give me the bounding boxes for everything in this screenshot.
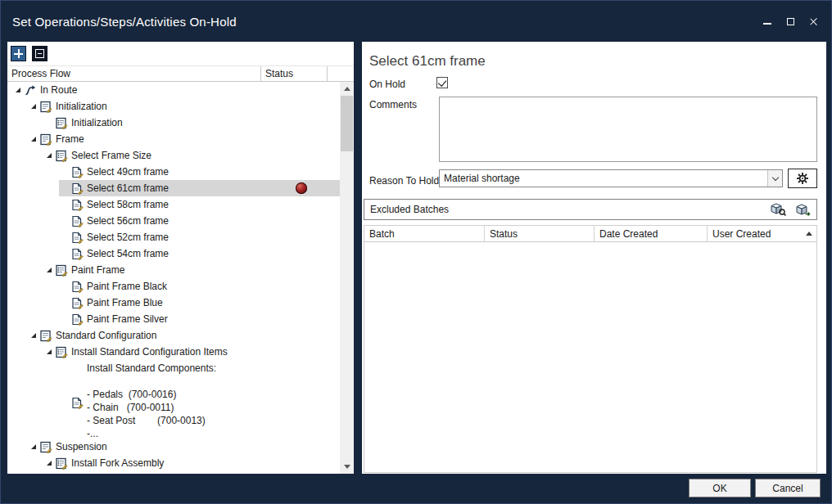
excluded-batches-header: Excluded Batches [364, 199, 817, 220]
tree-item-initialization[interactable]: Initialization [7, 115, 340, 131]
cancel-button[interactable]: Cancel [755, 479, 821, 497]
on-hold-label: On Hold [369, 79, 405, 90]
expander-icon[interactable] [28, 333, 39, 338]
batch-column-status[interactable]: Status [485, 226, 595, 241]
batch-column-batch[interactable]: Batch [364, 226, 485, 241]
tree-item-select-49cm-frame[interactable]: Select 49cm frame [7, 164, 340, 180]
expander-icon[interactable] [28, 137, 39, 142]
batches-table-body[interactable] [364, 242, 816, 472]
tree-item-paint-frame-silver[interactable]: Paint Frame Silver [7, 311, 340, 327]
tree-item-label: Standard Configuration [56, 329, 156, 342]
tree-item-content: Initialization [43, 115, 340, 131]
close-button[interactable] [803, 11, 823, 31]
tree-item-label: Frame [56, 133, 84, 146]
tree-item-select-52cm-frame[interactable]: Select 52cm frame [7, 229, 340, 245]
tree-item-standard-configuration[interactable]: Standard Configuration [7, 327, 340, 344]
tree-indent [7, 180, 59, 196]
column-label: Batch [369, 228, 395, 240]
tree-item-content: In Route [12, 82, 340, 98]
assign-batch-icon[interactable] [795, 203, 811, 217]
tree-item-select-frame-size[interactable]: Select Frame Size [7, 147, 340, 164]
column-header-process-flow[interactable]: Process Flow [7, 66, 261, 81]
column-header-status[interactable]: Status [261, 66, 328, 81]
expander-icon[interactable] [28, 444, 39, 449]
tree-item-paint-frame-blue[interactable]: Paint Frame Blue [7, 295, 340, 311]
plus-icon [14, 49, 23, 58]
tree-item-content: Paint Frame Silver [59, 311, 340, 327]
reason-to-hold-value: Material shortage [440, 173, 767, 184]
titlebar[interactable]: Set Operations/Steps/Activities On-Hold [1, 1, 831, 42]
expander-icon[interactable] [28, 104, 39, 109]
sort-ascending-icon [806, 232, 812, 236]
tree-item-install-fork-assembly[interactable]: Install Fork Assembly [7, 455, 340, 471]
ok-button[interactable]: OK [689, 479, 751, 497]
step-icon [55, 263, 68, 277]
comments-textarea[interactable] [439, 97, 817, 162]
expander-icon[interactable] [43, 268, 55, 272]
tree-item-frame[interactable]: Frame [7, 131, 340, 147]
expander-icon[interactable] [12, 88, 24, 92]
tree-item-initialization[interactable]: Initialization [7, 98, 340, 115]
tree-indent [7, 327, 28, 344]
batch-column-user-created[interactable]: User Created [708, 226, 816, 241]
step-icon [55, 457, 68, 470]
expand-all-button[interactable] [11, 46, 26, 61]
tree-item-select-58cm-frame[interactable]: Select 58cm frame [7, 196, 340, 213]
on-hold-checkbox[interactable] [436, 77, 448, 88]
operation-icon [39, 329, 52, 342]
tree-item-content: Install Standard Configuration Items [43, 344, 340, 360]
tree-item-content: Frame [28, 131, 340, 147]
tree-indent [7, 164, 59, 180]
tree-item-content: Paint Frame [43, 262, 340, 278]
chevron-down-icon [771, 173, 778, 180]
column-label: Date Created [599, 228, 658, 240]
tree-item-label: Select Frame Size [71, 149, 151, 162]
maximize-icon [787, 18, 794, 25]
reason-settings-button[interactable] [788, 169, 817, 188]
column-label: User Created [712, 228, 771, 240]
tree-item-paint-frame[interactable]: Paint Frame [7, 262, 340, 278]
tree-column-headers: Process Flow Status [7, 65, 354, 82]
tree-indent [7, 360, 59, 376]
tree-item-label: In Route [40, 83, 77, 97]
comments-label: Comments [369, 99, 417, 110]
tree-item-label: Initialization [71, 116, 123, 129]
activity-icon [70, 165, 84, 178]
maximize-button[interactable] [780, 11, 800, 31]
scroll-down-button[interactable] [340, 460, 354, 474]
tree-item-paint-frame-black[interactable]: Paint Frame Black [7, 278, 340, 295]
tree-item-select-56cm-frame[interactable]: Select 56cm frame [7, 213, 340, 229]
tree-item-install-standard-components[interactable]: Install Standard Components: [7, 360, 340, 376]
scroll-up-button[interactable] [340, 82, 354, 96]
tree-item-content: Select 49cm frame [59, 164, 340, 180]
tree-indent [7, 229, 59, 245]
tree-item-label: Select 52cm frame [87, 231, 169, 244]
dialog-window: Set Operations/Steps/Activities On-Hold … [0, 0, 832, 504]
reason-to-hold-select[interactable]: Material shortage [439, 169, 783, 187]
tree-item-suspension[interactable]: Suspension [7, 439, 340, 455]
tree-indent [7, 196, 59, 213]
scrollbar-thumb[interactable] [341, 96, 353, 151]
tree-item-select-54cm-frame[interactable]: Select 54cm frame [7, 245, 340, 262]
tree-item-content: - Pedals (700-0016) - Chain (700-0011) -… [59, 386, 340, 439]
expander-icon[interactable] [43, 349, 55, 354]
expander-icon[interactable] [43, 461, 55, 466]
tree-item-pedals-700-0016[interactable]: - Pedals (700-0016) - Chain (700-0011) -… [7, 386, 340, 439]
collapse-all-button[interactable] [32, 46, 47, 61]
tree-item-content: Paint Frame Blue [59, 295, 340, 311]
batch-column-date-created[interactable]: Date Created [595, 226, 708, 241]
tree-item-content: Install Standard Components: [59, 360, 340, 376]
find-batch-icon[interactable] [771, 203, 786, 217]
tree-item-content: Suspension [28, 439, 340, 455]
tree-item-select-61cm-frame[interactable]: Select 61cm frame [7, 180, 340, 196]
tree-item-label: Paint Frame [71, 263, 124, 277]
tree-item-install-standard-configuration-items[interactable]: Install Standard Configuration Items [7, 344, 340, 360]
expander-icon[interactable] [43, 153, 55, 158]
minimize-button[interactable] [757, 11, 777, 31]
tree-vertical-scrollbar[interactable] [340, 82, 354, 474]
tree-item-content: Select 56cm frame [59, 213, 340, 229]
dropdown-button[interactable] [767, 170, 782, 187]
column-label: Status [490, 228, 518, 240]
tree-item-in-route[interactable]: In Route [7, 82, 340, 98]
icon-placeholder [70, 362, 84, 375]
